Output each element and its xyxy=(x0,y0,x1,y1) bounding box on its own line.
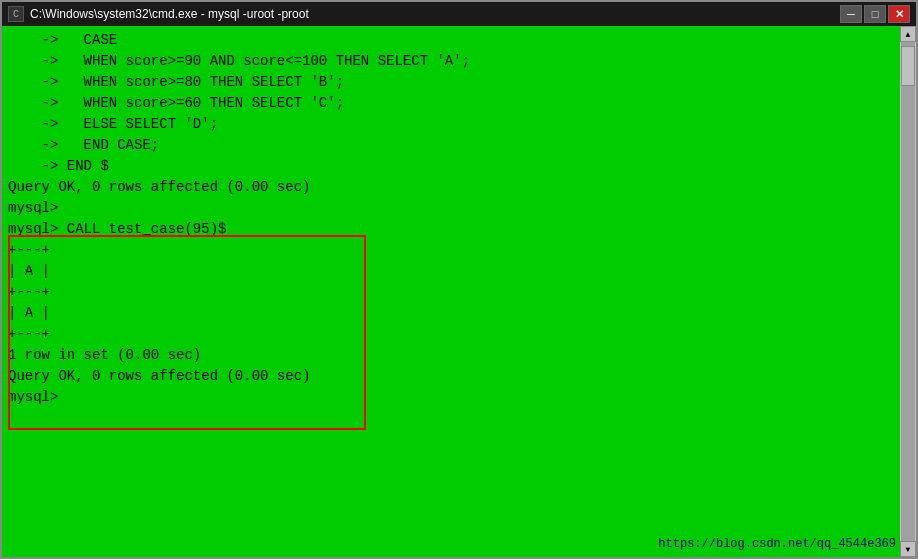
terminal-line: -> ELSE SELECT 'D'; xyxy=(8,114,910,135)
terminal-line: 1 row in set (0.00 sec) xyxy=(8,345,910,366)
title-buttons: ─ □ ✕ xyxy=(840,5,910,23)
terminal-body: -> CASE -> WHEN score>=90 AND score<=100… xyxy=(2,26,916,557)
terminal-line: -> WHEN score>=80 THEN SELECT 'B'; xyxy=(8,72,910,93)
maximize-button[interactable]: □ xyxy=(864,5,886,23)
terminal-line: +---+ xyxy=(8,324,910,345)
title-bar: C C:\Windows\system32\cmd.exe - mysql -u… xyxy=(2,2,916,26)
scrollbar-track xyxy=(901,42,915,541)
scrollbar[interactable]: ▲ ▼ xyxy=(900,26,916,557)
terminal-line: Query OK, 0 rows affected (0.00 sec) xyxy=(8,366,910,387)
terminal-line: mysql> CALL test_case(95)$ xyxy=(8,219,910,240)
terminal-line: -> WHEN score>=60 THEN SELECT 'C'; xyxy=(8,93,910,114)
terminal-line: -> END $ xyxy=(8,156,910,177)
watermark: https://blog.csdn.net/qq_4544e369 xyxy=(658,537,896,551)
terminal-line: | A | xyxy=(8,303,910,324)
minimize-button[interactable]: ─ xyxy=(840,5,862,23)
scrollbar-thumb[interactable] xyxy=(901,46,915,86)
terminal-line: -> WHEN score>=90 AND score<=100 THEN SE… xyxy=(8,51,910,72)
window-title: C:\Windows\system32\cmd.exe - mysql -uro… xyxy=(30,7,309,21)
window: C C:\Windows\system32\cmd.exe - mysql -u… xyxy=(0,0,918,559)
terminal-line: Query OK, 0 rows affected (0.00 sec) xyxy=(8,177,910,198)
terminal-line: | A | xyxy=(8,261,910,282)
terminal-line: -> CASE xyxy=(8,30,910,51)
terminal-line: -> END CASE; xyxy=(8,135,910,156)
terminal-line: +---+ xyxy=(8,240,910,261)
terminal-line: mysql> xyxy=(8,198,910,219)
title-bar-left: C C:\Windows\system32\cmd.exe - mysql -u… xyxy=(8,6,309,22)
scroll-up-button[interactable]: ▲ xyxy=(900,26,916,42)
terminal-content: -> CASE -> WHEN score>=90 AND score<=100… xyxy=(8,30,910,553)
terminal-line: +---+ xyxy=(8,282,910,303)
close-button[interactable]: ✕ xyxy=(888,5,910,23)
cmd-icon: C xyxy=(8,6,24,22)
scroll-down-button[interactable]: ▼ xyxy=(900,541,916,557)
terminal-line: mysql> xyxy=(8,387,910,408)
